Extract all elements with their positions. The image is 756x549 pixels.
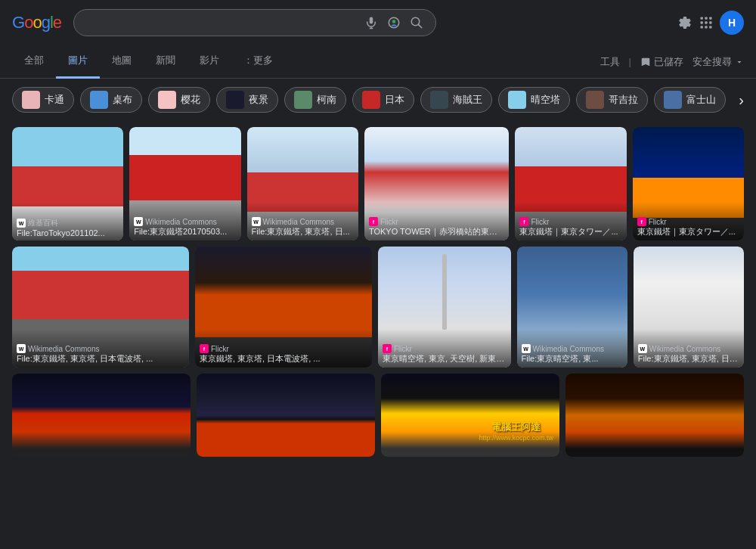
filter-chip-night[interactable]: 夜景 bbox=[216, 87, 278, 113]
lens-button[interactable] bbox=[387, 16, 401, 29]
filter-chip-desktop[interactable]: 桌布 bbox=[80, 87, 142, 113]
image-card-2-2[interactable]: fFlickr 東京鐵塔, 東京塔, 日本電波塔, ... bbox=[195, 247, 372, 368]
avatar[interactable]: H bbox=[720, 11, 744, 35]
settings-button[interactable] bbox=[677, 15, 692, 30]
image-card-1-1[interactable]: W維基百科 File:TaroTokyo201102... bbox=[12, 127, 123, 240]
saved-button[interactable]: 已儲存 bbox=[640, 55, 683, 69]
svg-rect-13 bbox=[701, 26, 703, 28]
nav-right: 工具 | 已儲存 安全搜尋 bbox=[600, 55, 744, 69]
filter-chip-koman[interactable]: 柯南 bbox=[284, 87, 346, 113]
tab-videos[interactable]: 影片 bbox=[187, 45, 231, 79]
image-card-2-3[interactable]: fFlickr 東京晴空塔, 東京, 天空樹, 新東京鐵塔, ... bbox=[378, 247, 511, 368]
svg-rect-10 bbox=[701, 21, 703, 23]
image-card-2-1[interactable]: WWikimedia Commons File:東京鐵塔, 東京塔, 日本電波塔… bbox=[12, 247, 189, 368]
svg-line-6 bbox=[419, 25, 422, 28]
svg-point-4 bbox=[392, 20, 396, 23]
image-card-2-4[interactable]: WWikimedia Commons File:東京晴空塔, 東... bbox=[517, 247, 627, 368]
image-row-3: 電腦王阿達 http://www.kocpc.com.tw bbox=[12, 374, 744, 457]
scroll-right-button[interactable]: › bbox=[739, 92, 744, 109]
image-card-1-2[interactable]: WWikimedia Commons File:東京鐵塔20170503... bbox=[129, 127, 240, 240]
tab-more[interactable]: ：更多 bbox=[231, 45, 285, 79]
nav-tabs: 全部 圖片 地圖 新聞 影片 ：更多 bbox=[12, 45, 600, 79]
image-card-3-1[interactable] bbox=[12, 374, 191, 457]
image-card-1-5[interactable]: fFlickr 東京鐵塔｜東京タワー／... bbox=[515, 127, 626, 240]
safe-search-button[interactable]: 安全搜尋 bbox=[692, 55, 744, 69]
search-button[interactable] bbox=[410, 16, 423, 29]
apps-button[interactable] bbox=[699, 15, 714, 30]
svg-rect-14 bbox=[705, 26, 707, 28]
filter-chip-fuji[interactable]: 富士山 bbox=[654, 87, 726, 113]
svg-rect-0 bbox=[370, 17, 373, 24]
svg-rect-11 bbox=[705, 21, 707, 23]
tab-news[interactable]: 新聞 bbox=[144, 45, 187, 79]
tools-button[interactable]: 工具 bbox=[600, 55, 620, 69]
image-card-1-3[interactable]: WWikimedia Commons File:東京鐵塔, 東京塔, 日... bbox=[247, 127, 358, 240]
mic-button[interactable] bbox=[364, 16, 378, 29]
filter-chip-pirate[interactable]: 海賊王 bbox=[420, 87, 492, 113]
filter-chip-sky[interactable]: 晴空塔 bbox=[498, 87, 570, 113]
svg-rect-9 bbox=[709, 17, 711, 20]
filter-chip-sakura[interactable]: 樱花 bbox=[148, 87, 210, 113]
header: Google 東京鐵塔 bbox=[0, 0, 756, 45]
image-grid: W維基百科 File:TaroTokyo201102... WWikimedia… bbox=[0, 121, 756, 463]
tab-images[interactable]: 圖片 bbox=[56, 45, 100, 79]
filter-chip-kojira[interactable]: 哥吉拉 bbox=[576, 87, 648, 113]
filter-chip-cartoon[interactable]: 卡通 bbox=[12, 87, 74, 113]
image-card-1-4[interactable]: fFlickr TOKYO TOWER｜赤羽橋站的東京鐵... bbox=[364, 127, 509, 240]
nav-bar: 全部 圖片 地圖 新聞 影片 ：更多 工具 | 已儲存 安全搜尋 bbox=[0, 45, 756, 79]
image-row-1: W維基百科 File:TaroTokyo201102... WWikimedia… bbox=[12, 127, 744, 240]
image-card-3-3[interactable]: 電腦王阿達 http://www.kocpc.com.tw bbox=[381, 374, 559, 457]
svg-rect-8 bbox=[705, 17, 707, 20]
svg-rect-7 bbox=[701, 17, 703, 20]
search-input[interactable]: 東京鐵塔 bbox=[86, 16, 358, 29]
tab-all[interactable]: 全部 bbox=[12, 45, 56, 79]
search-bar: 東京鐵塔 bbox=[73, 9, 436, 36]
image-row-2: WWikimedia Commons File:東京鐵塔, 東京塔, 日本電波塔… bbox=[12, 247, 744, 368]
svg-rect-12 bbox=[709, 21, 711, 23]
filter-bar: 卡通 桌布 樱花 夜景 柯南 日本 海賊王 晴空塔 哥吉拉 富士山 › bbox=[0, 79, 756, 121]
image-card-2-5[interactable]: WWikimedia Commons File:東京鐵塔, 東京塔, 日本電波塔… bbox=[634, 247, 744, 368]
tab-maps[interactable]: 地圖 bbox=[100, 45, 144, 79]
header-right: H bbox=[677, 11, 744, 35]
watermark: 電腦王阿達 http://www.kocpc.com.tw bbox=[479, 420, 553, 442]
image-card-3-4[interactable] bbox=[565, 374, 744, 457]
svg-rect-15 bbox=[709, 26, 711, 28]
image-card-1-6[interactable]: fFlickr 東京鐵塔｜東京タワー／... bbox=[633, 127, 744, 240]
image-card-3-2[interactable] bbox=[197, 374, 375, 457]
google-logo: Google bbox=[12, 13, 61, 33]
filter-chip-japan[interactable]: 日本 bbox=[352, 87, 414, 113]
